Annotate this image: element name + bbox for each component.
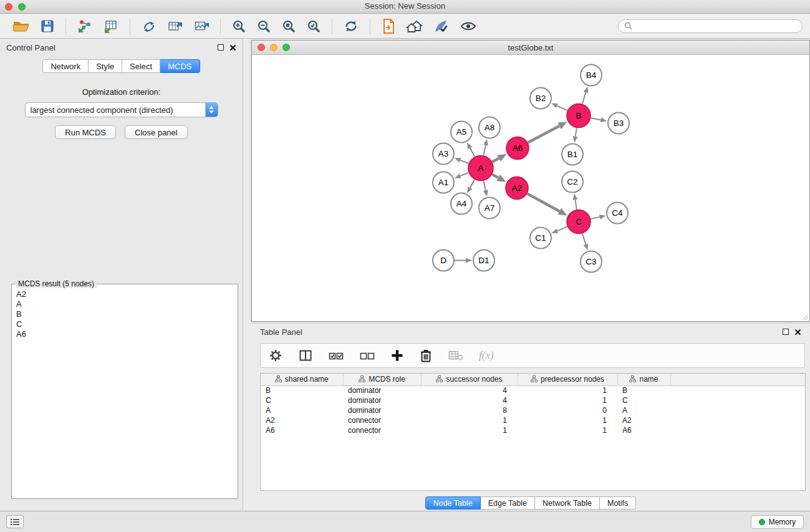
table-cell[interactable]: 0 xyxy=(518,405,617,415)
float-panel-icon[interactable] xyxy=(218,44,224,51)
mcds-result-item[interactable]: C xyxy=(16,319,233,329)
tab-node-table[interactable]: Node Table xyxy=(425,496,481,510)
column-header[interactable]: name xyxy=(617,374,670,385)
table-cell[interactable]: 1 xyxy=(518,415,617,425)
table-row[interactable]: Adominator80A xyxy=(261,405,805,415)
column-header[interactable]: MCDS role xyxy=(343,374,421,385)
graph-edge[interactable] xyxy=(591,118,601,120)
search-input[interactable] xyxy=(635,22,796,31)
graph-edge[interactable] xyxy=(492,175,498,178)
mcds-result-list[interactable]: A2ABCA6 xyxy=(14,288,236,496)
add-column-button[interactable] xyxy=(390,349,404,362)
mcds-result-item[interactable]: B xyxy=(16,309,233,319)
table-cell[interactable]: C xyxy=(261,395,343,405)
graph-edge[interactable] xyxy=(582,234,586,244)
tab-network-table[interactable]: Network Table xyxy=(535,496,600,510)
table-cell[interactable]: C xyxy=(617,395,670,405)
graph-edge[interactable] xyxy=(483,181,485,190)
run-mcds-button[interactable]: Run MCDS xyxy=(55,125,116,139)
tab-motifs[interactable]: Motifs xyxy=(600,496,636,510)
zoom-network-window-button[interactable] xyxy=(282,44,290,51)
memory-button[interactable]: Memory xyxy=(751,515,804,529)
table-cell[interactable]: 4 xyxy=(421,385,518,395)
network-canvas[interactable]: B4B2BB3A5A8A6A3B1AA1C2A2A4A7C4CC1C3DD1 xyxy=(252,55,809,321)
table-cell[interactable]: B xyxy=(261,385,343,395)
tab-edge-table[interactable]: Edge Table xyxy=(481,496,535,510)
tab-select[interactable]: Select xyxy=(122,59,160,73)
table-cell[interactable]: A xyxy=(617,405,670,415)
table-cell[interactable]: 1 xyxy=(421,425,518,435)
close-network-window-button[interactable] xyxy=(258,44,265,51)
table-cell[interactable]: 1 xyxy=(518,385,617,395)
tab-network[interactable]: Network xyxy=(42,59,89,73)
float-table-panel-icon[interactable] xyxy=(783,329,789,335)
table-cell[interactable]: 1 xyxy=(421,415,518,425)
export-image-button[interactable] xyxy=(191,17,211,35)
graph-edge[interactable] xyxy=(470,180,475,188)
table-cell[interactable]: dominator xyxy=(343,405,421,415)
table-cell[interactable]: 1 xyxy=(518,395,617,405)
graph-edge[interactable] xyxy=(575,200,576,210)
network-graph[interactable]: B4B2BB3A5A8A6A3B1AA1C2A2A4A7C4CC1C3DD1 xyxy=(252,55,809,321)
delete-column-button[interactable] xyxy=(419,348,433,363)
close-table-panel-icon[interactable] xyxy=(794,329,801,336)
save-session-button[interactable] xyxy=(38,17,57,35)
column-header[interactable]: successor nodes xyxy=(421,374,518,385)
graph-edge[interactable] xyxy=(460,173,468,176)
table-row[interactable]: A6connector11A6 xyxy=(261,425,805,435)
graph-edge[interactable] xyxy=(460,160,468,163)
graph-edge[interactable] xyxy=(582,92,586,104)
mcds-result-item[interactable]: A xyxy=(16,299,233,309)
table-cell[interactable]: A6 xyxy=(617,425,670,435)
import-network-button[interactable] xyxy=(75,17,95,35)
column-header[interactable]: shared name xyxy=(261,374,343,385)
close-panel-icon[interactable] xyxy=(229,44,236,51)
task-history-button[interactable] xyxy=(6,515,24,528)
table-cell[interactable]: connector xyxy=(343,425,421,435)
table-cell[interactable]: dominator xyxy=(343,385,421,395)
new-network-button[interactable] xyxy=(139,17,159,35)
tab-style[interactable]: Style xyxy=(89,59,122,73)
show-columns-button[interactable] xyxy=(298,348,313,363)
table-cell[interactable]: A xyxy=(261,405,343,415)
table-row[interactable]: Cdominator41C xyxy=(261,395,805,405)
open-session-button[interactable] xyxy=(11,17,32,35)
zoom-window-button[interactable] xyxy=(18,3,26,11)
tab-mcds[interactable]: MCDS xyxy=(160,59,200,73)
mcds-result-item[interactable]: A2 xyxy=(16,289,233,299)
table-cell[interactable]: connector xyxy=(343,415,421,425)
export-table-button[interactable] xyxy=(165,17,185,35)
graph-edge[interactable] xyxy=(470,148,475,157)
table-cell[interactable]: A6 xyxy=(261,425,343,435)
graph-edge[interactable] xyxy=(591,217,600,219)
search-field[interactable] xyxy=(618,19,803,33)
minimize-network-window-button[interactable] xyxy=(270,44,277,51)
mcds-result-item[interactable]: A6 xyxy=(16,329,233,339)
table-cell[interactable]: A2 xyxy=(261,415,343,425)
show-graphics-details-button[interactable] xyxy=(458,17,479,35)
apply-layout-button[interactable] xyxy=(341,17,361,35)
zoom-fit-button[interactable] xyxy=(279,17,298,35)
deselect-all-button[interactable] xyxy=(359,348,375,363)
graph-edge[interactable] xyxy=(557,106,567,111)
zoom-selected-button[interactable] xyxy=(304,17,323,35)
network-window-titlebar[interactable]: testGlobe.txt xyxy=(252,41,809,55)
zoom-in-button[interactable] xyxy=(229,17,248,35)
close-window-button[interactable] xyxy=(5,3,12,11)
zoom-out-button[interactable] xyxy=(254,17,273,35)
table-cell[interactable]: 8 xyxy=(421,405,518,415)
graph-edge[interactable] xyxy=(483,145,485,155)
select-all-button[interactable] xyxy=(328,348,344,363)
graph-edge[interactable] xyxy=(492,158,499,162)
optimization-criterion-select[interactable]: largest connected component (directed) xyxy=(25,102,218,117)
table-cell[interactable]: 1 xyxy=(518,425,617,435)
network-overview-button[interactable] xyxy=(404,17,425,35)
table-settings-button[interactable] xyxy=(268,348,283,363)
graph-edge[interactable] xyxy=(557,226,567,231)
table-cell[interactable]: B xyxy=(617,385,670,395)
column-header[interactable]: predecessor nodes xyxy=(518,374,617,385)
table-row[interactable]: Bdominator41B xyxy=(261,385,805,395)
graph-edge[interactable] xyxy=(528,126,559,143)
table-cell[interactable]: A2 xyxy=(617,415,670,425)
graph-edge[interactable] xyxy=(576,128,577,137)
